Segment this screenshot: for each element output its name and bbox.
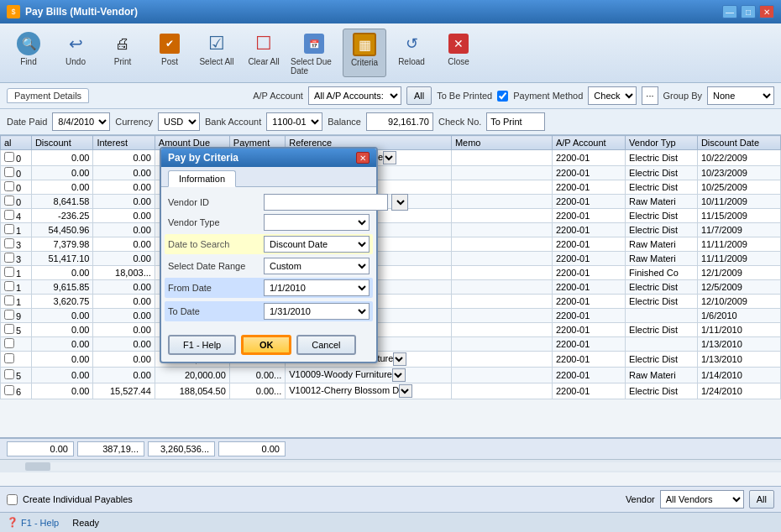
vendor-select[interactable]: All Vendors (660, 490, 744, 509)
from-date-select[interactable]: 1/1/2010 (264, 279, 370, 296)
ap-account-all-button[interactable]: All (406, 86, 432, 105)
row-checkbox[interactable] (4, 353, 14, 363)
reference-select[interactable] (393, 352, 406, 366)
select-date-range-select[interactable]: Custom (264, 258, 370, 274)
clear-all-button[interactable]: ☐ Clear All (242, 29, 286, 77)
table-cell: 11/7/2009 (697, 223, 780, 237)
group-by-select[interactable]: None (707, 86, 774, 105)
print-button[interactable]: 🖨 Print (101, 29, 144, 77)
window-title: Pay Bills (Multi-Vendor) (25, 6, 138, 18)
close-icon: ✕ (448, 34, 469, 54)
criteria-button[interactable]: ▦ Criteria (343, 29, 386, 77)
date-to-search-select[interactable]: Discount Date (264, 236, 370, 253)
table-cell: 2200-01 (552, 252, 625, 266)
dialog-close-button[interactable]: ✕ (356, 152, 370, 164)
bank-account-select[interactable]: 1100-01 (266, 112, 322, 131)
reference-select[interactable] (392, 368, 406, 382)
table-row: 4-236.250.00-1,736...2200-01Electric Dis… (1, 209, 781, 223)
table-cell: Raw Materi (626, 237, 698, 252)
table-row: 19,615.850.0089,747...2200-01Electric Di… (1, 280, 781, 295)
table-cell: 1/13/2010 (697, 337, 780, 352)
information-tab[interactable]: Information (168, 170, 236, 187)
table-cell: 0 (1, 166, 32, 180)
help-button[interactable]: F1 - Help (168, 335, 236, 355)
table-cell: 0.00 (93, 209, 155, 223)
reference-select[interactable] (399, 384, 412, 398)
select-due-date-button[interactable]: 📅 Select Due Date (289, 29, 339, 77)
table-cell (451, 166, 552, 180)
post-button[interactable]: ✔ Post (148, 29, 191, 77)
row-checkbox[interactable] (4, 253, 14, 263)
row-checkbox[interactable] (4, 267, 14, 277)
table-cell: 0.00 (93, 237, 155, 252)
table-cell: 2200-01 (552, 195, 625, 209)
close-button[interactable]: ✕ Close (437, 29, 480, 77)
table-cell: 2200-01 (552, 223, 625, 237)
table-cell: V10009-Woody Furniture (286, 368, 452, 383)
row-checkbox[interactable] (4, 224, 14, 234)
table-cell: 54,450.96 (31, 223, 92, 237)
horizontal-scrollbar[interactable] (0, 459, 781, 472)
window-controls: — □ ✕ (722, 5, 774, 18)
currency-select[interactable]: USD (158, 112, 200, 131)
vendor-type-select[interactable] (264, 214, 370, 231)
row-checkbox[interactable] (4, 324, 14, 334)
reload-button[interactable]: ↺ Reload (390, 29, 433, 77)
payment-details-tab[interactable]: Payment Details (7, 88, 89, 103)
row-checkbox[interactable] (4, 385, 14, 395)
check-no-input[interactable] (486, 112, 545, 131)
row-checkbox[interactable] (4, 167, 14, 177)
row-checkbox[interactable] (4, 181, 14, 191)
row-checkbox[interactable] (4, 281, 14, 291)
row-checkbox[interactable] (4, 238, 14, 248)
minimize-button[interactable]: — (722, 5, 737, 18)
clear-all-label: Clear All (248, 57, 279, 66)
table-cell: 0.00 (93, 180, 155, 195)
row-checkbox[interactable] (4, 369, 14, 379)
table-scroll[interactable]: al Discount Interest Amount Due Payment … (0, 135, 781, 437)
table-cell: 0 (1, 195, 32, 209)
vendor-all-button[interactable]: All (749, 490, 774, 509)
find-button[interactable]: 🔍 Find (7, 29, 50, 77)
table-cell: 9,615.85 (31, 280, 92, 295)
cancel-button[interactable]: Cancel (296, 335, 355, 355)
reload-label: Reload (398, 57, 425, 66)
reference-select[interactable] (383, 151, 396, 164)
table-cell (451, 323, 552, 337)
close-window-button[interactable]: ✕ (759, 5, 774, 18)
ap-account-select[interactable]: All A/P Accounts: (308, 86, 401, 105)
table-cell (451, 352, 552, 368)
select-all-button[interactable]: ☑ Select All (195, 29, 238, 77)
row-checkbox[interactable] (4, 295, 14, 305)
table-cell: Electric Dist (626, 166, 698, 180)
payment-method-dots-button[interactable]: ··· (642, 86, 658, 105)
payment-method-select[interactable]: Check (588, 86, 637, 105)
table-cell: 3,620.75 (31, 295, 92, 309)
table-cell: 0.00 (31, 368, 92, 383)
ok-button[interactable]: OK (241, 335, 291, 355)
to-be-printed-checkbox[interactable] (497, 91, 508, 102)
table-cell: 20,000.00 (155, 368, 229, 383)
to-date-select[interactable]: 1/31/2010 (264, 303, 370, 320)
row-checkbox[interactable] (4, 210, 14, 220)
table-cell: 18,003... (93, 266, 155, 280)
create-individual-checkbox[interactable] (7, 494, 18, 505)
undo-button[interactable]: ↩ Undo (54, 29, 97, 77)
table-cell: 0.00 (93, 252, 155, 266)
vendor-id-input[interactable] (264, 194, 388, 211)
row-checkbox[interactable] (4, 152, 14, 162)
vendor-id-select[interactable] (391, 194, 408, 211)
table-cell: 2200-01 (552, 295, 625, 309)
col-vendor-type: Vendor Typ (626, 136, 698, 150)
table-cell: 0.00 (93, 337, 155, 352)
table-cell: 0.00 (93, 166, 155, 180)
check-no-label: Check No. (438, 117, 481, 127)
table-cell: 0.00 (31, 166, 92, 180)
table-cell: 2200-01 (552, 266, 625, 280)
row-checkbox[interactable] (4, 338, 14, 348)
help-link[interactable]: ❓ F1 - Help (7, 517, 59, 528)
row-checkbox[interactable] (4, 196, 14, 206)
row-checkbox[interactable] (4, 310, 14, 320)
date-paid-select[interactable]: 8/4/2010 (52, 112, 110, 131)
maximize-button[interactable]: □ (741, 5, 756, 18)
